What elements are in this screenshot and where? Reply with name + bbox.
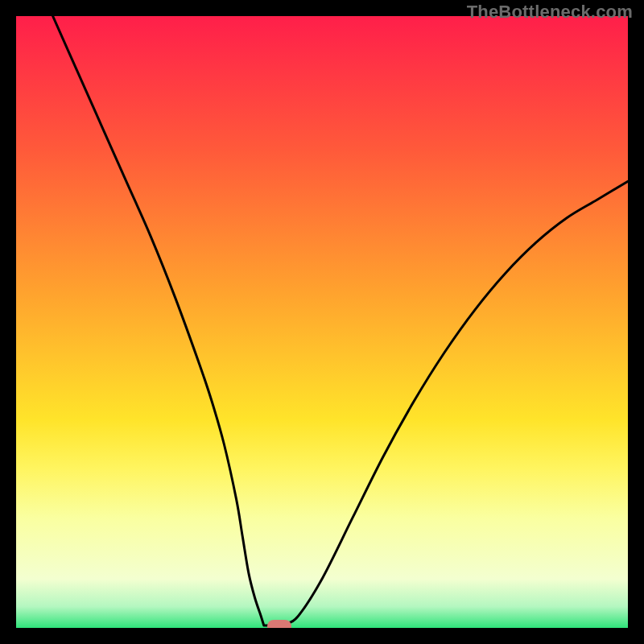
chart-svg (16, 16, 628, 628)
bottleneck-chart (16, 16, 628, 628)
watermark-text: TheBottleneck.com (467, 2, 633, 23)
gradient-background (16, 16, 628, 628)
optimal-marker (267, 620, 291, 628)
